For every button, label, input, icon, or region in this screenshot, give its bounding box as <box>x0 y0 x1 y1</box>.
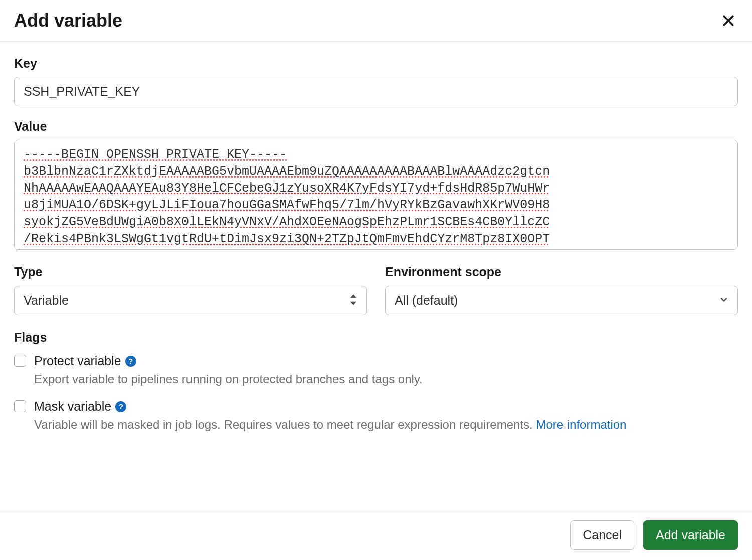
modal-header: Add variable <box>0 0 752 42</box>
add-variable-button[interactable]: Add variable <box>643 520 738 550</box>
more-information-link[interactable]: More information <box>536 418 626 431</box>
protect-variable-description: Export variable to pipelines running on … <box>34 372 738 386</box>
value-group: Value -----BEGIN OPENSSH PRIVATE KEY----… <box>14 119 738 252</box>
close-icon <box>721 22 736 30</box>
protect-variable-row: Protect variable ? Export variable to pi… <box>14 354 738 386</box>
mask-variable-description: Variable will be masked in job logs. Req… <box>34 418 738 432</box>
add-variable-modal: Add variable Key Value -----BEGIN OPENSS… <box>0 0 752 560</box>
type-scope-row: Type Variable Environment scope All (def… <box>14 265 738 315</box>
mask-variable-label: Mask variable <box>34 399 111 414</box>
modal-footer: Cancel Add variable <box>0 510 752 560</box>
mask-variable-checkbox[interactable] <box>14 400 26 412</box>
protect-variable-label: Protect variable <box>34 354 121 368</box>
modal-body: Key Value -----BEGIN OPENSSH PRIVATE KEY… <box>0 42 752 510</box>
flags-section: Flags Protect variable ? Export variable… <box>14 330 738 432</box>
value-textarea[interactable]: -----BEGIN OPENSSH PRIVATE KEY----- b3Bl… <box>14 140 738 250</box>
type-select[interactable]: Variable <box>14 286 367 315</box>
help-icon[interactable]: ? <box>115 401 126 412</box>
key-group: Key <box>14 56 738 106</box>
mask-variable-row: Mask variable ? Variable will be masked … <box>14 399 738 432</box>
scope-group: Environment scope All (default) <box>385 265 738 315</box>
close-button[interactable] <box>719 11 738 30</box>
key-label: Key <box>14 56 738 71</box>
protect-variable-checkbox[interactable] <box>14 355 26 367</box>
flags-title: Flags <box>14 330 738 345</box>
type-label: Type <box>14 265 367 279</box>
scope-select[interactable]: All (default) <box>385 286 738 315</box>
key-input[interactable] <box>14 77 738 106</box>
type-group: Type Variable <box>14 265 367 315</box>
help-icon[interactable]: ? <box>125 356 136 367</box>
cancel-button[interactable]: Cancel <box>570 520 634 550</box>
scope-label: Environment scope <box>385 265 738 279</box>
modal-title: Add variable <box>14 10 122 31</box>
value-label: Value <box>14 119 738 134</box>
